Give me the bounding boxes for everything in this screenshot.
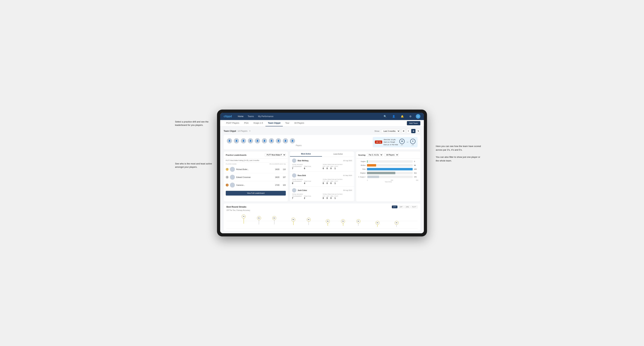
birdies-bar [367,164,376,167]
player-avatar-3[interactable]: 👤 [240,138,246,144]
streak-point-8: 4x [356,219,360,226]
lb-avatar-2 [230,175,235,180]
shot-details: Shot Dist: 16 yds Start Lie: Rough End L… [384,138,398,146]
active-avatar-2 [292,173,296,177]
streak-point-5: 5x [307,218,310,225]
subnav-tour[interactable]: Tour [283,120,292,126]
eagles-label: Eagles [358,161,366,162]
player-avatar-2[interactable]: 👤 [234,138,240,144]
view-list-btn[interactable]: ≡ [406,129,410,133]
chart-row-dbogeys: D. Bogeys + 131 [358,176,418,178]
streaks-panel: Best Round Streaks OTT APP ARG PUTT Off … [224,203,420,231]
subnav-pgat[interactable]: PGAT Players [224,120,242,126]
subnav-pga[interactable]: PGA [242,120,251,126]
lb-avatar-1 [230,167,235,172]
search-icon[interactable]: 🔍 [384,115,386,118]
player-avatar-4[interactable]: 👤 [248,138,254,144]
chart-footer: Total Shots [358,181,418,184]
tournament-1: 7 [292,167,302,170]
leaderboards-subtitle: PUTT Must Make Putting (3-6 ft), Last 3 … [224,159,288,163]
subnav-team-clippd[interactable]: Team Clippd [266,120,283,126]
view-card-btn[interactable]: ▦ [411,129,416,133]
lb-avg-1: 110 [281,169,286,170]
chart-row-eagles: Eagles 3 [358,160,418,163]
dbogeys-value: 131 [414,176,418,178]
rank-badge-2: ② [226,176,228,178]
table-row[interactable]: ② Edward Crossman 18/20 107 [224,173,288,181]
player-avatar-8[interactable]: 👤 [276,138,282,144]
streak-point-2: 6x [257,216,261,224]
streaks-btn-ott[interactable]: OTT [392,205,398,208]
pars-bar-container [367,168,413,170]
scoring-filter-1[interactable]: Par 3, 4 & 5s [367,153,383,157]
birdies-value: 96 [414,165,418,166]
scoring-filter-2[interactable]: All Players [384,153,399,157]
active-avatar-1 [292,159,296,163]
pars-bar [367,168,413,170]
view-sort-btn[interactable]: ⇅ [416,129,420,133]
annotation-top-left: Select a practice drill and see the lead… [175,120,214,127]
nav-home[interactable]: Home [238,114,244,118]
streak-point-10: 3x [394,221,398,227]
total-practice-label: Total Practice Activities [323,164,352,165]
player-avatar-9[interactable]: 👤 [282,138,288,144]
person-icon[interactable]: 👤 [392,115,395,118]
lb-name-1: Richard Butler... [236,169,274,170]
player-avatar-10[interactable]: 👤 [290,138,296,144]
show-dropdown[interactable]: Last 3 months [381,129,400,133]
list-item: Blair McHarg 26 Aug 2023 Total Rounds To… [290,157,354,172]
arg-1: 0 [330,167,334,170]
birdies-label: Birdies [358,165,366,166]
streaks-btn-putt[interactable]: PUTT [411,205,418,208]
players-label: Players [226,145,371,147]
active-date-1: 26 Aug 2023 [343,160,352,162]
bogeys-value: 311 [414,172,418,174]
add-team-button[interactable]: Add Team [407,121,420,125]
settings-icon[interactable]: ⚙ [409,115,412,118]
player-avatar-5[interactable]: 👤 [254,138,260,144]
bogeys-bar-container [367,172,413,174]
user-avatar[interactable]: U [416,114,420,119]
show-label: Show: [374,130,380,132]
view-full-leaderboard-button[interactable]: View Full Leaderboard [226,191,286,195]
tournament-3: 7 [292,197,302,199]
chart-row-bogeys: Bogeys 311 [358,172,418,174]
table-row[interactable]: ③ Cameron... 17/20 103 [224,181,288,189]
team-player-count: 14 Players [237,130,248,132]
birdies-bar-container [367,164,413,167]
table-row[interactable]: 🥇 Richard Butler... 19/20 110 [224,166,288,173]
edit-icon[interactable]: ✏ [249,130,250,132]
shot-info-panel: 198 SQ Shot Dist: 16 yds Start Lie: Roug… [373,137,418,147]
streak-point-4: 5x [292,218,295,225]
streaks-btn-app[interactable]: APP [398,205,404,208]
ott-3: 0 [323,197,326,199]
player-avatar-1[interactable]: 👤 [226,138,232,144]
player-header-3: Josh Coles 26 Aug 2023 [292,188,352,192]
nav-teams[interactable]: Teams [248,114,254,118]
lb-score-2: 18/20 [275,176,280,178]
subnav-all-players[interactable]: All Players [292,120,306,126]
nav-my-performance[interactable]: My Performance [258,114,273,118]
scoring-panel: Scoring Par 3, 4 & 5s All Players Eagles [356,152,420,201]
show-control: Show: Last 3 months ⊞ ≡ ▦ ⇅ [374,129,420,133]
tab-most-active[interactable]: Most Active [290,152,322,157]
active-tab-bar: Most Active Least Active [290,152,354,157]
streak-point-1: 7x [242,215,246,224]
player-avatar-6[interactable]: 👤 [262,138,268,144]
streaks-header: Best Round Streaks OTT APP ARG PUTT [226,205,418,208]
rank-badge-3: ③ [226,184,228,186]
streaks-btn-arg[interactable]: ARG [404,205,410,208]
streak-point-6: 4x [326,219,330,226]
leaderboards-title: Practice Leaderboards [226,154,246,156]
leaderboards-header: Practice Leaderboards PUTT Must Make Put… [224,152,288,159]
leaderboards-dropdown[interactable]: PUTT Must Make Putting ... [265,153,286,157]
sub-nav: PGAT Players PGA Hcaps 1-5 Team Clippd T… [220,120,424,127]
shot-circle-0: 0 [410,139,416,144]
tab-least-active[interactable]: Least Active [322,152,354,157]
view-grid-btn[interactable]: ⊞ [402,129,406,133]
streak-point-7: 4x [341,219,345,226]
bell-icon[interactable]: 🔔 [401,115,404,118]
player-avatar-7[interactable]: 👤 [268,138,274,144]
streak-point-9: 3x [376,221,380,227]
subnav-hcaps[interactable]: Hcaps 1-5 [251,120,266,126]
